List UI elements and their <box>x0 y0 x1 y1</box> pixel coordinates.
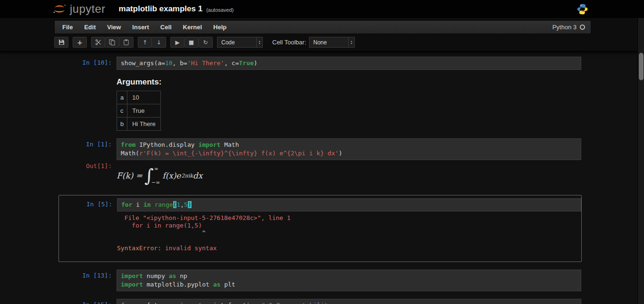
notebook: In [10]:show_args(a=10, b='Hi There', c=… <box>54 52 591 304</box>
move-cell-up-button[interactable]: ↑ <box>138 37 152 48</box>
notebook-cell[interactable]: In [10]:show_args(a=10, b='Hi There', c=… <box>54 57 591 131</box>
arrow-down-icon: ↓ <box>156 39 161 46</box>
output-row: File "<ipython-input-5-27618e47028c>", l… <box>59 211 581 252</box>
python-logo-icon <box>577 3 588 15</box>
paste-icon <box>123 39 129 45</box>
paste-cell-button[interactable] <box>119 37 134 48</box>
input-row: In [1]:from IPython.display import MathM… <box>54 138 591 160</box>
output-row: Arguments:a10cTruebHi There <box>54 70 591 131</box>
scissors-icon <box>95 39 101 45</box>
cell-toolbar-select[interactable]: None ▴▾ <box>309 37 355 48</box>
restart-icon: ↻ <box>203 39 208 46</box>
code-input[interactable]: for i in range(1,5) <box>117 198 581 211</box>
arrow-up-icon: ↑ <box>142 39 147 46</box>
save-button[interactable] <box>54 37 68 48</box>
table-value-cell: True <box>127 104 161 118</box>
output-area: F(k) = ∫∞−∞f(x)e2πikdx <box>117 160 581 187</box>
menu-item-insert[interactable]: Insert <box>126 21 154 34</box>
menu-item-file[interactable]: File <box>57 21 78 34</box>
cell-toolbar-label: Cell Toolbar: <box>272 39 306 46</box>
input-row: In [15]:from __future__ import print_fun… <box>54 299 591 304</box>
menu-bar-items: FileEditViewInsertCellKernelHelp <box>57 21 232 34</box>
input-row: In [13]:import numpy as npimport matplot… <box>54 270 591 291</box>
error-line: SyntaxError: invalid syntax <box>117 245 581 252</box>
code-input[interactable]: from IPython.display import MathMath(r'F… <box>117 138 581 160</box>
app-header: jupyter matplotlib examples 1 (autosaved… <box>0 0 644 18</box>
scrollbar-thumb[interactable] <box>639 53 644 80</box>
table-key-cell: b <box>117 118 127 131</box>
copy-cell-button[interactable] <box>105 37 119 48</box>
stop-icon: ■ <box>189 39 194 46</box>
input-prompt: In [5]: <box>59 198 117 211</box>
table-row: bHi There <box>117 118 161 131</box>
cell-type-value: Code <box>221 39 235 46</box>
code-input[interactable]: from __future__ import print_function # … <box>117 299 581 304</box>
menu-item-cell[interactable]: Cell <box>155 21 177 34</box>
jupyter-app: jupyter matplotlib examples 1 (autosaved… <box>0 0 644 304</box>
app-chrome: jupyter matplotlib examples 1 (autosaved… <box>0 0 644 52</box>
add-cell-button[interactable]: + <box>73 37 87 48</box>
run-cell-button[interactable]: ▶ <box>170 37 184 48</box>
table-key-cell: c <box>117 104 127 118</box>
output-prompt <box>54 70 117 131</box>
code-input[interactable]: import numpy as npimport matplotlib.pypl… <box>117 270 581 291</box>
error-line: File "<ipython-input-5-27618e47028c>", l… <box>117 214 581 222</box>
table-key-cell: a <box>117 91 127 104</box>
input-row: In [5]:for i in range(1,5) <box>59 198 581 211</box>
error-line <box>117 237 581 245</box>
input-prompt: In [10]: <box>54 57 117 70</box>
notebook-cell[interactable]: In [5]:for i in range(1,5) File "<ipytho… <box>59 195 582 262</box>
menu-item-help[interactable]: Help <box>208 21 232 34</box>
input-prompt: In [1]: <box>54 138 117 160</box>
kernel-indicator: Python 3 <box>552 24 589 31</box>
output-heading: Arguments: <box>117 77 581 87</box>
code-line: from __future__ import print_function # … <box>121 301 577 304</box>
table-row: cTrue <box>117 104 161 118</box>
cell-type-select[interactable]: Code ▴▾ <box>217 37 263 48</box>
input-prompt: In [15]: <box>54 299 117 304</box>
menu-item-kernel[interactable]: Kernel <box>177 21 208 34</box>
toolbar: + <box>54 37 591 48</box>
error-line: for i in range(1,5) <box>117 222 581 229</box>
copy-icon <box>109 39 115 45</box>
output-row: Out[1]:F(k) = ∫∞−∞f(x)e2πikdx <box>54 160 591 187</box>
interrupt-kernel-button[interactable]: ■ <box>184 37 199 48</box>
input-prompt: In [13]: <box>54 270 117 291</box>
code-line: show_args(a=10, b='Hi There', c=True) <box>121 59 577 68</box>
notebook-cell[interactable]: In [15]:from __future__ import print_fun… <box>54 299 591 304</box>
code-line: from IPython.display import Math <box>121 141 577 149</box>
kernel-name: Python 3 <box>552 24 577 31</box>
error-line: ^ <box>117 229 581 237</box>
menu-item-view[interactable]: View <box>101 21 126 34</box>
table-value-cell: Hi There <box>127 118 161 131</box>
table-value-cell: 10 <box>127 91 161 104</box>
code-line: for i in range(1,5) <box>121 201 577 209</box>
autosave-status: (autosaved) <box>206 6 234 13</box>
menu-item-edit[interactable]: Edit <box>78 21 101 34</box>
output-area: Arguments:a10cTruebHi There <box>117 70 581 131</box>
jupyter-logo-icon <box>52 2 67 16</box>
math-output: F(k) = ∫∞−∞f(x)e2πikdx <box>117 160 581 187</box>
code-line: import numpy as np <box>121 272 577 280</box>
output-prompt: Out[1]: <box>54 160 117 187</box>
scrollbar[interactable] <box>637 18 644 304</box>
select-arrows-icon: ▴▾ <box>256 37 262 47</box>
cell-toolbar-value: None <box>313 39 327 46</box>
notebook-title[interactable]: matplotlib examples 1 <box>119 4 203 14</box>
cut-cell-button[interactable] <box>91 37 105 48</box>
input-row: In [10]:show_args(a=10, b='Hi There', c=… <box>54 57 591 70</box>
play-icon: ▶ <box>175 39 179 46</box>
select-arrows-icon: ▴▾ <box>348 37 354 47</box>
notebook-cell[interactable]: In [1]:from IPython.display import MathM… <box>54 138 591 187</box>
notebook-cell[interactable]: In [13]:import numpy as npimport matplot… <box>54 270 591 291</box>
code-line: import matplotlib.pyplot as plt <box>121 280 577 289</box>
arguments-table: a10cTruebHi There <box>117 91 161 131</box>
jupyter-logo[interactable]: jupyter <box>52 2 106 16</box>
move-cell-down-button[interactable]: ↓ <box>152 37 166 48</box>
code-input[interactable]: show_args(a=10, b='Hi There', c=True) <box>117 57 581 70</box>
kernel-idle-icon <box>580 25 585 30</box>
restart-kernel-button[interactable]: ↻ <box>199 37 213 48</box>
error-output: File "<ipython-input-5-27618e47028c>", l… <box>117 214 581 252</box>
output-prompt <box>59 211 117 252</box>
code-line: Math(r'F(k) = \int_{-\infty}^{\infty} f(… <box>121 149 577 158</box>
